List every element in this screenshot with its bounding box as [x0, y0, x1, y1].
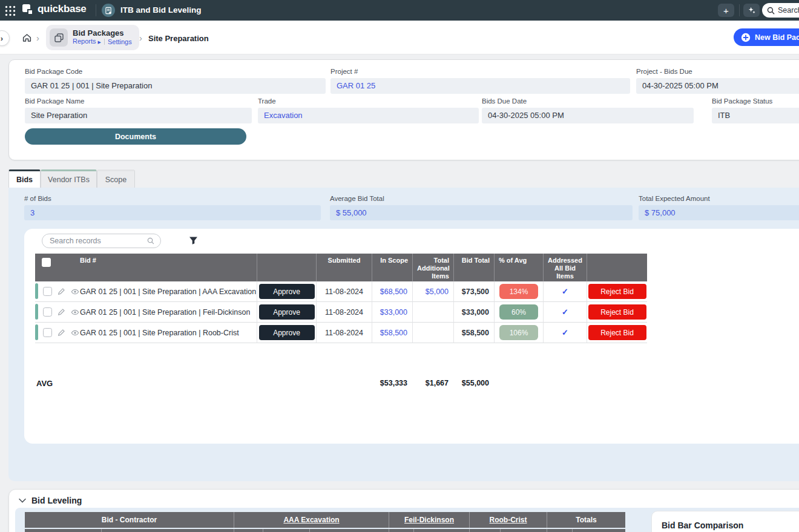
approve-button[interactable]: Approve	[259, 304, 315, 320]
submitted-date: 11-08-2024	[316, 302, 372, 323]
approve-button[interactable]: Approve	[259, 325, 315, 340]
bid-package-code-field: GAR 01 25 | 001 | Site Preparation	[25, 78, 326, 94]
global-search-input[interactable]	[778, 6, 799, 15]
reject-bid-button[interactable]: Reject Bid	[588, 325, 646, 340]
view-eye-icon[interactable]	[71, 308, 79, 317]
app-icon[interactable]	[102, 4, 115, 17]
stat-label: Average Bid Total	[330, 195, 633, 202]
col-in-scope: In Scope	[372, 254, 412, 283]
field-label: Bids Due Date	[482, 97, 694, 105]
global-search[interactable]	[762, 3, 799, 18]
col-contractor-link[interactable]: AAA Excavation	[234, 512, 389, 528]
bids-table-card: Bid # Submitted In Scope Total Additiona…	[24, 229, 799, 444]
new-bid-package-button[interactable]: New Bid Package	[734, 28, 799, 46]
app-switcher-grid-icon[interactable]	[5, 5, 16, 16]
ai-sparkle-button[interactable]	[743, 4, 760, 17]
plus-icon: +	[723, 5, 729, 16]
table-row: GAR 01 25 | 001 | Site Preparation | Fei…	[35, 302, 647, 323]
topbar-divider	[96, 4, 96, 16]
in-scope-amount[interactable]: $33,000	[380, 308, 407, 317]
avg-bid-total: $55,000	[453, 371, 494, 395]
row-checkbox[interactable]	[43, 307, 52, 317]
reject-bid-button[interactable]: Reject Bid	[588, 304, 646, 320]
sidebar-expand-button[interactable]: ›	[0, 30, 10, 46]
field-label: Project #	[330, 68, 630, 75]
trade-link[interactable]: Excavation	[258, 108, 479, 123]
bid-record-link[interactable]: GAR 01 25 | 001 | Site Preparation | Roo…	[74, 329, 239, 337]
bid-bar-comparison-card: Bid Bar Comparison	[651, 511, 799, 532]
in-scope-amount[interactable]: $58,500	[380, 329, 407, 337]
documents-button[interactable]: Documents	[25, 128, 246, 145]
edit-pencil-icon[interactable]	[58, 329, 65, 337]
view-eye-icon[interactable]	[71, 287, 79, 296]
col-bid-contractor: Bid - Contractor	[25, 512, 234, 528]
chevron-right-icon: ›	[139, 33, 142, 43]
record-tabs: Bids Vendor ITBs Scope	[8, 169, 135, 188]
breadcrumb-table-pill[interactable]: Bid Packages Reports ▶ Settings	[46, 25, 139, 50]
row-checkbox[interactable]	[43, 328, 52, 337]
tab-bids[interactable]: Bids	[8, 169, 41, 188]
reports-menu[interactable]: Reports ▶	[73, 38, 101, 46]
field-label: Project - Bids Due	[636, 68, 799, 75]
num-bids-value: 3	[24, 205, 321, 220]
submitted-date: 11-08-2024	[316, 323, 372, 343]
col-additional: Total Additional Items	[412, 254, 453, 283]
col-contractor-link[interactable]: Roob-Crist	[469, 512, 547, 528]
edit-pencil-icon[interactable]	[58, 308, 65, 316]
settings-link[interactable]: Settings	[108, 38, 132, 46]
bid-record-link[interactable]: GAR 01 25 | 001 | Site Preparation | AAA…	[74, 287, 256, 296]
topbar-divider	[739, 4, 740, 16]
caret-right-icon: ▶	[98, 40, 101, 44]
view-eye-icon[interactable]	[71, 329, 79, 337]
col-contractor-link[interactable]: Feil-Dickinson	[389, 512, 469, 528]
page-title: Site Preparation	[148, 34, 209, 43]
bid-record-link[interactable]: GAR 01 25 | 001 | Site Preparation | Fei…	[74, 308, 250, 317]
filter-funnel-icon[interactable]	[189, 236, 198, 245]
quickbase-logo[interactable]: quickbase	[22, 3, 86, 15]
row-checkbox[interactable]	[43, 287, 52, 296]
table-name: Bid Packages	[73, 29, 132, 38]
stat-label: # of Bids	[24, 195, 321, 202]
edit-pencil-icon[interactable]	[58, 287, 65, 295]
in-scope-amount[interactable]: $68,500	[380, 287, 407, 296]
bids-due-date-field: 04-30-2025 05:00 PM	[482, 108, 694, 123]
global-add-button[interactable]: +	[718, 4, 734, 17]
additional-items-amount[interactable]: $5,000	[426, 287, 449, 296]
average-bid-total-value: $ 55,000	[330, 205, 633, 220]
bid-leveling-section: Bid Leveling Bid - Contractor AAA Excava…	[8, 489, 799, 532]
records-search[interactable]	[42, 234, 161, 248]
avg-summary-row: AVG $53,333 $1,667 $55,000	[35, 371, 647, 395]
select-all-checkbox[interactable]	[42, 258, 51, 267]
avg-additional: $1,667	[412, 371, 453, 395]
bid-package-name-field: Site Preparation	[25, 108, 252, 123]
home-icon[interactable]	[22, 33, 32, 43]
plus-circle-icon	[741, 33, 751, 42]
addressed-checkmark-icon: ✓	[562, 328, 568, 337]
project-number-link[interactable]: GAR 01 25	[330, 78, 630, 94]
tab-scope[interactable]: Scope	[97, 169, 135, 188]
search-icon	[147, 237, 154, 245]
bids-table-header: Bid # Submitted In Scope Total Additiona…	[35, 254, 647, 281]
pct-of-avg-badge: 60%	[499, 304, 538, 320]
avg-label: AVG	[35, 371, 257, 395]
bid-package-record-card: Bid Package Code GAR 01 25 | 001 | Site …	[8, 59, 799, 160]
approve-button[interactable]: Approve	[259, 284, 315, 299]
pct-of-avg-badge: 134%	[499, 284, 538, 299]
chevron-down-icon	[19, 498, 26, 503]
col-bid: Bid #	[74, 254, 257, 283]
bid-package-status-field: ITB	[712, 108, 799, 123]
records-search-input[interactable]	[50, 237, 147, 245]
tab-vendor-itbs[interactable]: Vendor ITBs	[41, 169, 97, 188]
search-icon	[767, 7, 775, 15]
field-label: Bid Package Status	[712, 97, 799, 105]
reject-bid-button[interactable]: Reject Bid	[588, 284, 646, 299]
submitted-date: 11-08-2024	[316, 281, 372, 302]
sparkle-icon	[748, 6, 756, 15]
project-bids-due-field: 04-30-2025 05:00 PM	[636, 78, 799, 94]
stat-label: Total Expected Amount	[639, 195, 799, 202]
pct-of-avg-badge: 106%	[499, 325, 538, 340]
bid-leveling-collapse-toggle[interactable]: Bid Leveling	[19, 496, 82, 505]
col-bid-total: Bid Total	[453, 254, 494, 283]
leveling-table-header: Bid - Contractor AAA Excavation Feil-Dic…	[25, 512, 625, 528]
bids-tab-panel: # of Bids 3 Average Bid Total $ 55,000 T…	[8, 188, 799, 481]
